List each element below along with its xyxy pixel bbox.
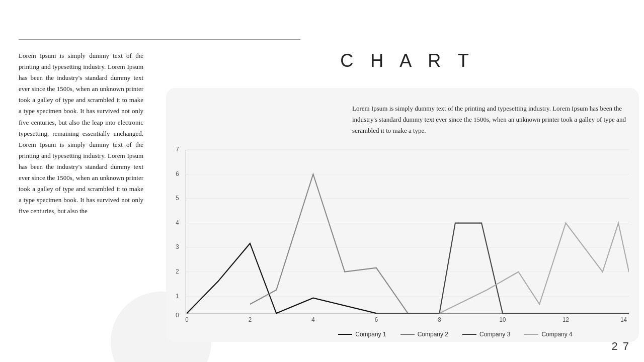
svg-text:0: 0 [176,312,179,319]
svg-text:0: 0 [185,316,189,322]
legend-company4: Company 4 [524,331,572,338]
svg-text:12: 12 [562,316,569,322]
legend-line-company2 [400,334,415,335]
svg-text:6: 6 [176,170,179,177]
legend-company3: Company 3 [462,331,510,338]
top-divider [19,39,300,40]
svg-text:6: 6 [375,316,378,322]
svg-text:14: 14 [620,316,627,322]
legend-company2: Company 2 [400,331,448,338]
svg-text:4: 4 [311,316,315,322]
svg-text:1: 1 [176,292,179,300]
svg-text:2: 2 [176,268,179,276]
line-chart-svg: 7 6 5 4 3 2 1 0 0 2 4 6 8 10 12 14 [171,146,629,322]
left-text-column: Lorem Ipsum is simply dummy text of the … [19,50,143,217]
page-number: 2 7 [611,340,630,353]
company4-line [439,223,629,314]
left-body-text: Lorem Ipsum is simply dummy text of the … [19,52,143,215]
chart-title: C H A R T [171,50,644,71]
company3-line [376,223,629,314]
legend-label-company1: Company 1 [355,331,386,338]
legend-line-company1 [338,334,352,335]
legend-label-company2: Company 2 [418,331,448,338]
legend-label-company4: Company 4 [541,331,572,338]
svg-text:8: 8 [438,316,441,322]
legend-line-company4 [524,334,538,335]
svg-text:5: 5 [176,195,179,202]
legend-company1: Company 1 [338,331,386,338]
svg-text:7: 7 [176,146,179,153]
svg-text:2: 2 [249,316,252,322]
svg-text:3: 3 [176,243,179,251]
legend-label-company3: Company 3 [479,331,510,338]
legend-line-company3 [462,334,476,335]
svg-text:4: 4 [176,219,179,227]
chart-description: Lorem Ipsum is simply dummy text of the … [352,103,629,136]
chart-legend: Company 1 Company 2 Company 3 Company 4 [282,331,629,338]
svg-text:10: 10 [500,316,506,322]
company2-line [250,174,629,313]
chart-area: 7 6 5 4 3 2 1 0 0 2 4 6 8 10 12 14 [171,146,629,322]
